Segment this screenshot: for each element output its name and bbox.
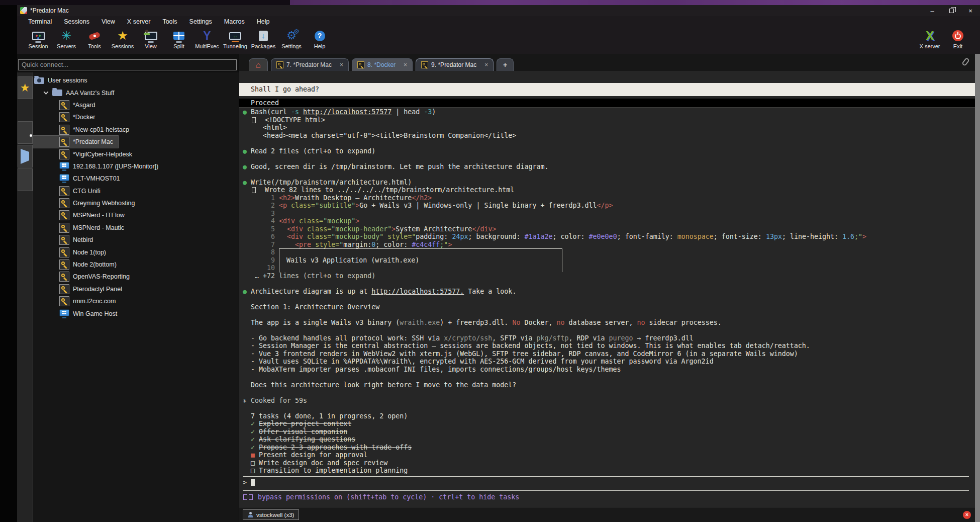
session-item[interactable]: rmm.t2cnc.com [33,295,239,307]
session-item[interactable]: 192.168.1.107 ([UPS-Monitor]) [33,160,239,172]
restore-button[interactable] [942,5,961,16]
user-icon [248,512,253,517]
session-chip[interactable]: vstockwell (x3) [243,509,299,520]
proceed-option[interactable]: Proceed [239,99,975,108]
toolbar-button-packages[interactable]: ↓Packages [249,28,277,49]
toolbar-button-servers[interactable]: ✳Servers [52,28,80,49]
close-session-button[interactable]: × [963,511,971,519]
tab-8-docker[interactable]: 8. *Docker× [352,58,413,71]
toolbar-button-xserver[interactable]: XXX server [916,28,944,49]
toolbar-right: XXX serverExit [916,28,977,49]
text-segment: Ask clarifying questions [259,436,355,443]
toolbar-button-session[interactable]: Session [24,28,52,49]
session-item[interactable]: *VigilCyber-Helpdesk [33,148,239,160]
session-item[interactable]: MSPNerd - Mautic [33,222,239,234]
menu-item-terminal[interactable]: Terminal [22,18,58,25]
rail-knife-button[interactable] [18,121,33,144]
session-item[interactable]: OpenVAS-Reporting [33,271,239,283]
session-item[interactable]: CLT-VMHOST01 [33,172,239,185]
session-item[interactable]: *Asgard [33,99,239,111]
text-segment: 1 [243,194,279,202]
text-segment: System Architecture [396,225,472,233]
menu-item-settings[interactable]: Settings [183,18,218,25]
tab-9-predator-mac[interactable]: 9. *Predator Mac× [416,58,494,71]
session-item-label: Netbird [73,236,93,243]
menu-item-help[interactable]: Help [251,18,276,25]
terminal-line: ● Bash(curl -s http://localhost:57577 | … [243,108,975,116]
tabbar: ⌂7. *Predator Mac×8. *Docker×9. *Predato… [239,54,975,71]
text-segment: <div [287,225,307,233]
session-item[interactable]: User sessions [33,74,239,86]
chevron-down-icon[interactable] [44,90,49,95]
toolbar-button-tools[interactable]: Tools [80,28,109,49]
tab-7-predator-mac[interactable]: 7. *Predator Mac× [271,58,349,71]
missing-glyph-box [249,494,253,500]
minimize-button[interactable]: – [923,5,942,16]
terminal-line: The app is a single Wails v3 binary (wra… [243,319,975,327]
close-tab-icon[interactable]: × [404,61,407,68]
text-segment: </div> [472,225,496,233]
terminal-line: 4 <div class="mockup"> [243,217,975,225]
toolbar-button-multiexec[interactable]: YMultiExec [193,28,221,49]
close-button[interactable]: × [961,5,980,16]
rail-star-button[interactable]: ★ [18,76,33,99]
menu-item-sessions[interactable]: Sessions [58,18,95,25]
terminal[interactable]: Shall I go ahead?Proceed● Bash(curl -s h… [239,71,975,507]
text-segment: "subtitle" [315,202,355,209]
menu-item-x-server[interactable]: X server [121,18,157,25]
session-item[interactable]: *Predator Mac [33,136,118,148]
toolbar-button-tunneling[interactable]: ↔Tunneling [221,28,249,49]
key-icon [59,235,69,245]
session-item[interactable]: Node 1(top) [33,246,239,258]
text-segment: □ [251,459,259,467]
toolbar-button-settings[interactable]: ⚙⚙Settings [277,28,306,49]
toolbar-button-help[interactable]: ?Help [306,28,334,49]
session-item[interactable]: MSPNerd - ITFlow [33,209,239,221]
rail-plane-button[interactable] [18,145,33,167]
session-item[interactable]: *Docker [33,111,239,123]
text-segment: , RDP via [568,334,609,342]
session-item[interactable]: CTG Unifi [33,185,239,197]
menu-item-tools[interactable]: Tools [156,18,183,25]
session-item[interactable]: Pterodactyl Panel [33,283,239,295]
close-tab-icon[interactable]: × [484,61,488,68]
toolbar-button-split[interactable]: Split [165,28,193,49]
text-segment: ● [243,147,251,155]
tunneling-icon: ↔ [227,28,244,43]
toolbar-button-sessions[interactable]: ★Sessions [109,28,137,49]
session-item-label: Node 2(bottom) [73,261,117,268]
session-item[interactable]: Greyming Webhosting [33,197,239,209]
session-item[interactable]: AAA Vantz's Stuff [33,86,239,99]
toolbar-button-view[interactable]: View [137,28,165,49]
prompt-line[interactable]: > [243,477,975,489]
text-segment: http://localhost:57577 [303,108,391,116]
quick-connect-input[interactable]: Quick connect... [18,59,237,70]
close-tab-icon[interactable]: × [340,61,343,68]
help-icon: ? [311,28,328,43]
rdp-monitor-icon [59,174,69,183]
new-tab-button[interactable]: + [497,58,514,71]
paperclip-icon[interactable] [961,57,970,66]
session-item[interactable]: Win Game Host [33,307,239,319]
session-item[interactable]: *New-cp01-heistacp [33,124,239,136]
terminal-line: 9 Wails v3 Application (wraith.exe) [243,256,975,265]
blank-line [243,373,975,381]
toolbar-button-exit[interactable]: Exit [944,28,972,49]
restore-icon [949,9,954,13]
session-item[interactable]: Netbird [33,234,239,246]
collapsed-panel-scrollbar[interactable] [975,54,980,522]
tab-label: 8. *Docker [367,61,396,68]
text-segment: > [355,217,359,225]
terminal-line: 1 <h2>Wraith Desktop — Architecture</h2> [243,194,975,202]
text-segment: padding: [416,233,452,240]
menu-item-view[interactable]: View [95,18,121,25]
terminal-line: □ Write design doc and spec review [243,459,975,467]
rail-globe-button[interactable] [18,168,33,191]
tab-home[interactable]: ⌂ [249,58,268,71]
text-segment: - Session Manager is the central abstrac… [243,342,810,350]
text-segment: Good, screen dir is /tmp/brainstorm. Let… [251,163,548,170]
menu-item-macros[interactable]: Macros [218,18,251,25]
terminal-line: … +72 lines (ctrl+o to expand) [243,272,975,280]
text-segment: no [556,319,564,326]
session-item[interactable]: Node 2(bottom) [33,258,239,271]
